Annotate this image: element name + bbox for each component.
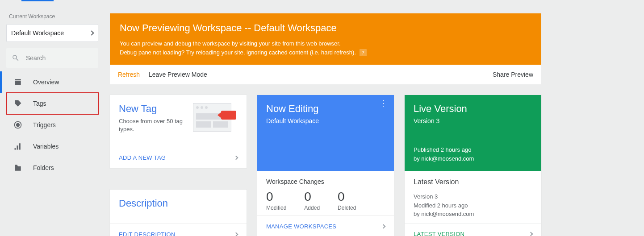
search-input[interactable]: Search	[6, 48, 98, 68]
preview-line1: You can preview and debug the workspace …	[120, 39, 531, 48]
chevron-right-icon	[234, 156, 238, 160]
manage-workspaces-label: MANAGE WORKSPACES	[266, 223, 336, 230]
latest-version-label: LATEST VERSION	[414, 231, 464, 236]
current-workspace-label: Current Workspace	[6, 13, 98, 20]
preview-line2-text: Debug pane not loading? Try reloading yo…	[120, 49, 356, 56]
chevron-right-icon	[381, 224, 386, 229]
published-by: by nick@moosend.com	[414, 154, 532, 163]
nav-label: Triggers	[33, 121, 56, 128]
active-tab-indicator	[21, 0, 54, 1]
description-card: Description EDIT DESCRIPTION	[110, 190, 247, 236]
sidebar: Current Workspace Default Workspace Sear…	[0, 3, 105, 236]
nav-label: Overview	[33, 79, 59, 86]
description-title: Description	[119, 198, 238, 209]
help-icon[interactable]: ?	[360, 49, 367, 56]
live-version-number: Version 3	[414, 117, 532, 124]
refresh-link[interactable]: Refresh	[118, 71, 140, 78]
nav-label: Tags	[33, 100, 46, 107]
tag-icon	[13, 99, 22, 108]
search-placeholder: Search	[26, 54, 46, 62]
published-time: Published 2 hours ago	[414, 145, 532, 154]
more-menu-icon[interactable]: ⋮	[380, 102, 388, 104]
stat-label: Modified	[266, 205, 286, 211]
now-editing-workspace: Default Workspace	[266, 117, 385, 124]
topbar	[0, 0, 644, 3]
preview-banner: Now Previewing Workspace -- Default Work…	[110, 13, 541, 65]
stat-num: 0	[304, 190, 320, 204]
now-editing-title: Now Editing	[266, 103, 385, 115]
stat-label: Added	[304, 205, 320, 211]
add-new-tag-button[interactable]: ADD A NEW TAG	[110, 147, 247, 168]
workspace-stats: 0 Modified 0 Added 0 Deleted	[266, 190, 385, 211]
latest-version-number: Version 3	[414, 192, 532, 201]
nav-label: Folders	[33, 164, 54, 171]
search-icon	[12, 54, 20, 62]
workspace-selector[interactable]: Default Workspace	[6, 24, 98, 42]
preview-line2: Debug pane not loading? Try reloading yo…	[120, 48, 531, 57]
chevron-right-icon	[89, 30, 94, 35]
manage-workspaces-button[interactable]: MANAGE WORKSPACES	[257, 215, 394, 236]
tag-shape-icon	[221, 111, 236, 120]
nav-tags[interactable]: Tags	[6, 93, 98, 114]
new-tag-title: New Tag	[119, 103, 186, 115]
workspace-changes-title: Workspace Changes	[266, 178, 385, 185]
preview-title: Now Previewing Workspace -- Default Work…	[120, 22, 531, 34]
latest-version-button[interactable]: LATEST VERSION	[405, 223, 541, 236]
stat-added: 0 Added	[304, 190, 320, 211]
nav: Overview Tags Triggers Variables Folders	[6, 71, 98, 178]
live-version-card: Live Version Version 3 Published 2 hours…	[405, 95, 541, 236]
new-tag-subtitle: Choose from over 50 tag types.	[119, 117, 186, 133]
trigger-icon	[13, 120, 22, 129]
add-new-tag-label: ADD A NEW TAG	[119, 154, 166, 161]
folder-icon	[13, 163, 22, 172]
stat-num: 0	[266, 190, 286, 204]
variables-icon	[13, 142, 22, 151]
nav-overview[interactable]: Overview	[6, 71, 98, 93]
latest-by: by nick@moosend.com	[414, 210, 532, 219]
main: Now Previewing Workspace -- Default Work…	[105, 3, 547, 236]
workspace-name: Default Workspace	[11, 29, 64, 37]
chevron-right-icon	[529, 232, 533, 236]
nav-label: Variables	[33, 143, 59, 150]
tag-illustration	[193, 103, 231, 132]
preview-actions: Refresh Leave Preview Mode Share Preview	[110, 65, 541, 84]
latest-version-title: Latest Version	[414, 178, 532, 186]
stat-modified: 0 Modified	[266, 190, 286, 211]
latest-modified: Modified 2 hours ago	[414, 201, 532, 210]
now-editing-card: Now Editing Default Workspace ⋮ Workspac…	[257, 95, 394, 236]
edit-description-button[interactable]: EDIT DESCRIPTION	[110, 224, 247, 236]
stat-label: Deleted	[338, 205, 356, 211]
nav-triggers[interactable]: Triggers	[6, 114, 98, 136]
stat-deleted: 0 Deleted	[338, 190, 356, 211]
overview-icon	[13, 78, 22, 87]
edit-description-label: EDIT DESCRIPTION	[119, 231, 176, 236]
live-version-title: Live Version	[414, 103, 532, 115]
share-preview-link[interactable]: Share Preview	[493, 71, 533, 78]
nav-folders[interactable]: Folders	[6, 157, 98, 178]
chevron-right-icon	[234, 232, 238, 236]
nav-variables[interactable]: Variables	[6, 136, 98, 157]
stat-num: 0	[338, 190, 356, 204]
leave-preview-link[interactable]: Leave Preview Mode	[149, 71, 207, 78]
new-tag-card: New Tag Choose from over 50 tag types. A…	[110, 95, 247, 168]
